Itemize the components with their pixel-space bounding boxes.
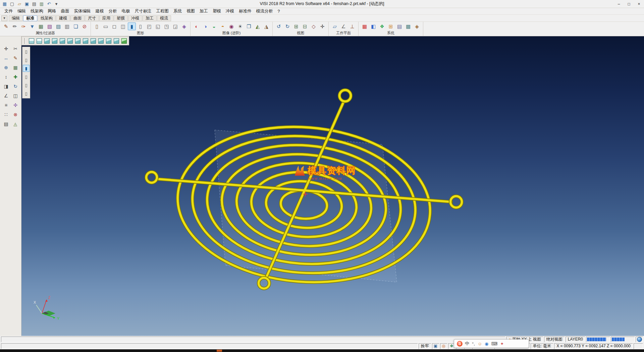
ime-emoji-icon[interactable]: ☺ <box>478 341 482 346</box>
menu-item[interactable]: 线架构 <box>28 8 46 14</box>
view-zoom-in-icon[interactable]: ⊞ <box>292 23 300 30</box>
add-icon[interactable]: ✚ <box>11 73 19 81</box>
ime-mic-icon[interactable]: ◉ <box>485 341 488 346</box>
tab-machining[interactable]: 加工 <box>143 15 157 21</box>
menu-item[interactable]: 建模 <box>93 8 106 14</box>
render-top-icon[interactable]: ◓ <box>219 23 227 30</box>
display-solid-icon[interactable]: ◫ <box>119 23 127 30</box>
maximize-button[interactable]: □ <box>624 0 634 8</box>
tab-wireframe[interactable]: 线架构 <box>38 15 56 21</box>
display-wireframe-icon[interactable]: ▯ <box>93 23 101 30</box>
new-file-icon[interactable]: ▢ <box>9 1 15 7</box>
taskbar-app-indicator[interactable] <box>217 350 222 352</box>
menu-item[interactable]: 塑模 <box>210 8 223 14</box>
display-outline-icon[interactable]: ▯ <box>137 23 145 30</box>
menu-item[interactable]: 实体编辑 <box>72 8 93 14</box>
view-pan-icon[interactable]: ✛ <box>318 23 326 30</box>
tab-standard[interactable]: 标准 <box>23 15 37 21</box>
menu-item[interactable]: 分析 <box>106 8 119 14</box>
menu-item[interactable]: ? <box>275 9 282 14</box>
snapshot-icon[interactable]: ▣ <box>432 343 439 349</box>
3d-canvas[interactable] <box>21 36 644 336</box>
menu-item[interactable]: 编辑 <box>15 8 28 14</box>
tab-application[interactable]: 应用 <box>99 15 113 21</box>
close-button[interactable]: × <box>634 0 644 8</box>
menu-item[interactable]: 网格 <box>46 8 59 14</box>
view-iso-8-icon[interactable] <box>98 38 104 44</box>
select-icon[interactable]: ✛ <box>2 45 10 52</box>
sogou-logo-icon[interactable]: S <box>457 341 463 347</box>
filter-type-icon[interactable]: ▨ <box>54 23 62 30</box>
trim-icon[interactable]: ✂ <box>11 45 19 52</box>
display-quarter-3-icon[interactable]: ◳ <box>163 23 171 30</box>
reset-attributes-icon[interactable]: ⊘ <box>80 23 89 30</box>
attr-paint-icon[interactable]: ✑ <box>19 23 28 30</box>
menu-item[interactable]: 视图 <box>184 8 197 14</box>
view-iso-4-icon[interactable] <box>67 38 73 44</box>
ime-punct-icon[interactable]: °, <box>472 341 475 346</box>
tab-dimension[interactable]: 尺寸 <box>85 15 99 21</box>
mesh-icon[interactable]: ◬ <box>11 120 19 128</box>
render-bottom-icon[interactable]: ◒ <box>210 23 218 30</box>
ime-toolbox-icon[interactable]: ✦ <box>500 341 504 346</box>
ucs-world-icon[interactable]: ▯ <box>23 48 30 55</box>
ucs-face-icon[interactable]: ▯ <box>23 73 30 80</box>
render-frame-icon[interactable]: ❒ <box>245 23 253 30</box>
ucs-edge-icon[interactable]: ▯ <box>23 82 30 89</box>
filter-color-icon[interactable]: ▧ <box>46 23 54 30</box>
display-quarter-4-icon[interactable]: ◲ <box>171 23 179 30</box>
view-iso-7-icon[interactable] <box>90 38 97 44</box>
view-fit-icon[interactable]: ◇ <box>310 23 318 30</box>
display-quarter-2-icon[interactable]: ◱ <box>154 23 162 30</box>
list-icon[interactable]: ≡ <box>2 101 10 109</box>
layers-icon[interactable]: ▤ <box>2 120 10 128</box>
system-snap-icon[interactable]: ❖ <box>378 23 386 30</box>
browser-icon[interactable]: ◎ <box>440 343 447 349</box>
layer-cell[interactable]: LAYER0 <box>566 337 585 342</box>
system-mesh-icon[interactable]: ▩ <box>404 23 412 30</box>
render-tri-left-icon[interactable]: ◭ <box>254 23 262 30</box>
minimize-button[interactable]: – <box>614 0 624 8</box>
render-half-left-icon[interactable]: ◐ <box>193 23 201 30</box>
menu-item[interactable]: 尺寸标注 <box>132 8 154 14</box>
system-table-icon[interactable]: ▤ <box>395 23 404 30</box>
menu-item[interactable]: 标准件 <box>236 8 254 14</box>
absolute-view-cell[interactable]: 绝对视图 <box>544 337 565 342</box>
tab-stamping[interactable]: 冲模 <box>128 15 142 21</box>
display-shaded-icon[interactable]: ◻ <box>110 23 118 30</box>
view-zoom-out-icon[interactable]: ⊟ <box>301 23 309 30</box>
render-light-icon[interactable]: ☀ <box>236 23 244 30</box>
view-iso-3-icon[interactable] <box>59 38 66 44</box>
render-half-right-icon[interactable]: ◑ <box>201 23 209 30</box>
mask-icon[interactable]: ▥ <box>63 23 71 30</box>
menu-item[interactable]: 文件 <box>2 8 15 14</box>
tab-molding[interactable]: 塑膜 <box>114 15 128 21</box>
attr-copy-icon[interactable]: ✏ <box>11 23 19 30</box>
pattern-icon[interactable]: ✣ <box>11 101 19 109</box>
workplane-angle-icon[interactable]: ∠ <box>339 23 347 30</box>
menu-item[interactable]: 曲面 <box>59 8 72 14</box>
view-iso-1-icon[interactable] <box>44 38 50 44</box>
display-hidden-icon[interactable]: ▭ <box>102 23 110 30</box>
system-colors-icon[interactable]: ▦ <box>361 23 369 30</box>
plot-icon[interactable]: ▥ <box>38 1 45 7</box>
ucs-active-icon[interactable]: ▮ <box>23 65 30 72</box>
ime-lang-icon[interactable]: 中 <box>465 341 469 347</box>
grid-icon[interactable]: ▦ <box>11 64 19 71</box>
3d-viewport[interactable]: ▯▯▮▯▯▯ 模具资料网 WWW.MJZLW.COM X Y Z <box>21 36 644 336</box>
ucs-origin-icon[interactable]: ▯ <box>23 90 30 97</box>
render-target-icon[interactable]: ◉ <box>227 23 235 30</box>
open-file-icon[interactable]: ▱ <box>16 1 23 7</box>
menu-item[interactable]: 冲模 <box>223 8 236 14</box>
ucs-view-icon[interactable]: ▯ <box>23 56 30 63</box>
display-dynamic-icon[interactable]: ▮ <box>128 23 136 30</box>
filter-element-icon[interactable]: ▼ <box>28 23 36 30</box>
system-ramp-icon[interactable]: ◈ <box>413 23 421 30</box>
snap-icon[interactable]: ⊕ <box>2 64 10 71</box>
menu-item[interactable]: 加工 <box>197 8 210 14</box>
workplane-normal-icon[interactable]: ⊥ <box>348 23 356 30</box>
display-quarter-1-icon[interactable]: ◰ <box>145 23 153 30</box>
menu-item[interactable]: 模流分析 <box>254 8 275 14</box>
undo-icon[interactable]: ↶ <box>46 1 52 7</box>
stretch-icon[interactable]: ↕ <box>2 73 10 81</box>
